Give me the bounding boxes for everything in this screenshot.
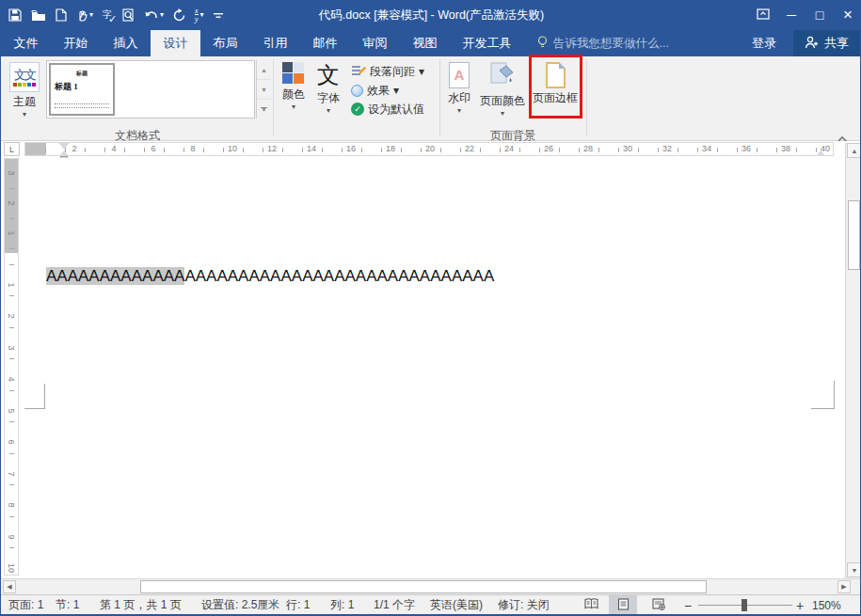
maximize-button[interactable]: □ [805,0,834,30]
ruler-tick [183,148,184,152]
tab-selector[interactable]: L [4,142,20,156]
horizontal-scroll-thumb[interactable] [140,580,707,593]
paragraph-spacing-button[interactable]: 段落间距 ▾ [351,62,424,81]
customize-qat-button[interactable] [214,10,223,20]
save-button[interactable] [8,8,22,22]
ruler-tick [144,148,145,152]
status-language[interactable]: 英语(美国) [430,595,483,615]
print-layout-icon [617,598,630,613]
ruler-number: 6 [147,144,160,153]
format-small-buttons: 段落间距 ▾ 效果 ▾ ✓ 设为默认值 [351,62,424,118]
zoom-slider-thumb[interactable] [741,599,747,611]
group-separator [439,59,440,136]
ruler-number: 18 [384,144,397,153]
ruler-number: 6 [7,435,16,449]
tab-view[interactable]: 视图 [400,30,450,56]
tab-file[interactable]: 文件 [1,30,51,56]
horizontal-scrollbar[interactable]: ◀ ▶ [1,578,861,594]
watermark-button[interactable]: A 水印 ▾ [443,58,475,115]
open-button[interactable] [31,9,46,22]
status-section[interactable]: 节: 1 [56,595,79,615]
ribbon-display-options-button[interactable] [749,0,777,30]
gallery-scroll-down-button[interactable]: ▼ [257,80,271,100]
undo-button[interactable]: ▾ [144,9,164,22]
ruler-tick [440,148,441,152]
ruler-number: 4 [107,144,120,153]
status-word-count[interactable]: 1/1 个字 [374,595,415,615]
thumb-dotted-line [55,103,109,104]
tab-mailings[interactable]: 邮件 [300,30,350,56]
document-area: 32112345678910 AAAAAAAAAAAAAAAAAAAAAAAAA… [1,158,861,578]
colors-button[interactable]: 颜色 ▾ [276,58,311,111]
ruler-tick [124,148,125,152]
selected-text[interactable]: AAAAAAAAAAAAA [46,267,184,285]
style-set-gallery[interactable]: 标题 标题 1 [46,60,255,118]
ruler-number: 16 [344,144,358,153]
unselected-text[interactable]: AAAAAAAAAAAAAAAAAAAAAAAAAAAAA [184,267,494,285]
tab-developer[interactable]: 开发工具 [450,30,524,56]
tab-layout[interactable]: 布局 [200,30,250,56]
tab-references[interactable]: 引用 [250,30,300,56]
tab-home[interactable]: 开始 [51,30,101,56]
tab-design[interactable]: 设计 [151,30,200,56]
effects-icon [351,85,363,97]
document-text-line[interactable]: AAAAAAAAAAAAAAAAAAAAAAAAAAAAAAAAAAAAAAAA… [46,266,494,286]
minimize-button[interactable]: ─ [777,0,805,30]
style-set-thumbnail[interactable]: 标题 标题 1 [49,63,115,116]
effects-button[interactable]: 效果 ▾ [351,81,424,100]
gallery-scroll-up-button[interactable]: ▲ [257,60,271,80]
status-line[interactable]: 行: 1 [286,595,310,615]
horizontal-ruler[interactable]: 246810121416182022242628303234363840 [24,142,834,156]
sign-in-button[interactable]: 登录 [752,35,776,52]
equation-button[interactable]: xy ▾ [195,8,204,23]
red-highlight-box [529,55,582,118]
status-column[interactable]: 列: 1 [330,595,354,615]
ruler-number: 7 [7,467,16,481]
themes-button[interactable]: 文文 主题 ▾ [5,58,44,118]
ruler-number: 26 [542,144,555,153]
ruler-tick [9,547,14,548]
vertical-scrollbar[interactable]: ▲ ▼ [845,143,861,578]
ruler-tick [678,148,678,152]
print-preview-button[interactable] [121,8,135,22]
share-button[interactable]: 共享 [793,30,860,56]
ruler-tick [9,421,14,422]
status-track-changes[interactable]: 修订: 关闭 [498,595,550,615]
fonts-button[interactable]: 文 字体 ▾ [313,58,343,115]
set-default-button[interactable]: ✓ 设为默认值 [351,100,424,118]
zoom-level[interactable]: 150% [812,595,841,615]
ruler-number: 12 [265,144,279,153]
touch-mouse-mode-button[interactable]: ▾ [76,8,93,22]
scroll-down-button[interactable]: ▼ [847,562,861,577]
vertical-ruler[interactable]: 32112345678910 [4,158,19,576]
tab-review[interactable]: 审阅 [350,30,400,56]
print-layout-button[interactable] [609,595,637,615]
chevron-down-icon: ▾ [477,109,528,118]
scroll-left-button[interactable]: ◀ [3,580,16,593]
read-mode-button[interactable] [577,595,605,615]
zoom-in-button[interactable]: + [796,595,804,615]
ruler-number: 34 [700,144,713,153]
ruler-number: 3 [7,341,16,355]
tell-me-box[interactable]: 告诉我您想要做什么... [524,30,669,56]
ruler-tick [9,390,14,391]
ruler-tick [85,148,86,152]
scroll-up-button[interactable]: ▲ [847,143,861,158]
title-bar: ▾ 字✓ ▾ xy ▾ 代码.docx [兼容模式] - Wor [1,0,861,30]
status-setting[interactable]: 设置值: 2.5厘米 [201,595,279,615]
vertical-scroll-thumb[interactable] [848,200,860,270]
gallery-more-button[interactable]: ▼ [257,100,271,118]
spelling-grammar-button[interactable]: 字✓ [103,10,112,20]
status-page-of-pages[interactable]: 第 1 页，共 1 页 [100,595,182,615]
status-page[interactable]: 页面: 1 [8,595,43,615]
new-document-button[interactable] [56,8,67,22]
redo-button[interactable] [173,8,185,22]
zoom-out-button[interactable]: − [684,595,692,615]
ruler-tick [223,148,224,152]
tab-insert[interactable]: 插入 [101,30,151,56]
scroll-right-button[interactable]: ▶ [837,580,851,593]
page-color-button[interactable]: 页面颜色 ▾ [477,58,528,118]
ruler-row: L 246810121416182022242628303234363840 [1,141,861,158]
close-button[interactable]: × [834,0,861,30]
web-layout-button[interactable] [645,595,673,615]
